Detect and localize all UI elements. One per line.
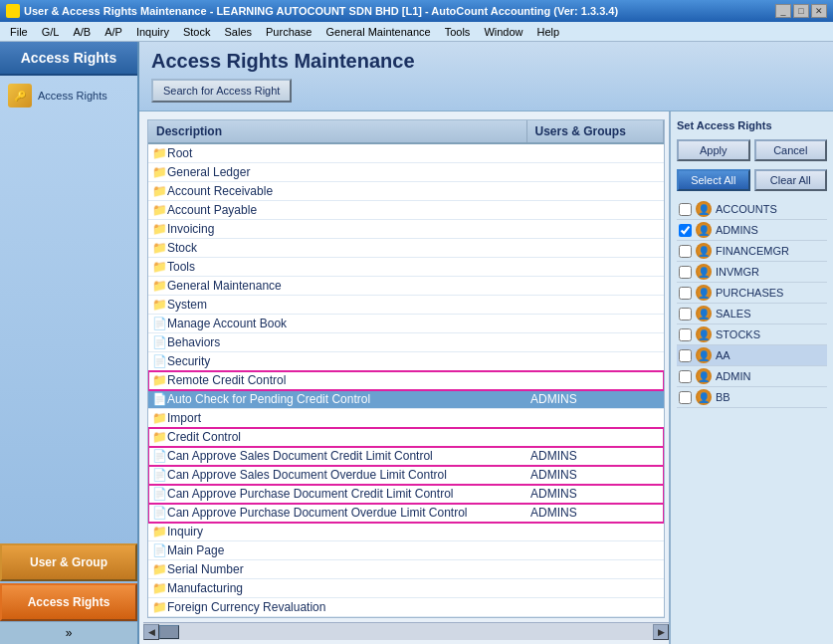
menu-general-maintenance[interactable]: General Maintenance — [320, 25, 437, 39]
tree-row[interactable]: 📁Credit Control — [148, 428, 664, 447]
search-for-access-right-button[interactable]: Search for Access Right — [151, 79, 292, 103]
close-button[interactable]: ✕ — [811, 4, 827, 18]
user-checkbox[interactable] — [679, 308, 692, 321]
user-checkbox[interactable] — [679, 370, 692, 383]
cancel-button[interactable]: Cancel — [754, 139, 828, 161]
tree-users-cell: ADMINS — [526, 504, 664, 523]
tree-row[interactable]: 📁Inquiry — [148, 523, 664, 541]
menu-file[interactable]: File — [4, 25, 34, 39]
scroll-thumb[interactable] — [159, 625, 179, 639]
users-groups-column-header: Users & Groups — [526, 120, 664, 143]
user-list-item[interactable]: 👤ACCOUNTS — [677, 199, 827, 220]
tree-users-cell — [526, 523, 664, 541]
user-avatar: 👤 — [696, 285, 712, 301]
sidebar-spacer — [0, 115, 137, 543]
maximize-button[interactable]: □ — [793, 4, 809, 18]
tree-row[interactable]: 📄Security — [148, 352, 664, 371]
menu-sales[interactable]: Sales — [218, 25, 258, 39]
user-list-item[interactable]: 👤FINANCEMGR — [677, 241, 827, 262]
tree-row[interactable]: 📁Account Payable — [148, 201, 664, 220]
user-avatar: 👤 — [696, 306, 712, 322]
tree-row[interactable]: 📁General Ledger — [148, 163, 664, 182]
tree-row[interactable]: 📁General Maintenance — [148, 277, 664, 296]
page-title: Access Rights Maintenance — [151, 50, 821, 73]
tree-description-cell: 📄Can Approve Purchase Document Credit Li… — [148, 485, 526, 504]
user-list-item[interactable]: 👤PURCHASES — [677, 283, 827, 304]
tree-row[interactable]: 📄Behaviors — [148, 333, 664, 352]
user-group-button[interactable]: User & Group — [0, 543, 137, 581]
tree-row[interactable]: 📄Can Approve Sales Document Overdue Limi… — [148, 466, 664, 485]
user-checkbox[interactable] — [679, 203, 692, 216]
menu-inquiry[interactable]: Inquiry — [130, 25, 175, 39]
tree-node-label: Account Receivable — [167, 184, 273, 198]
tree-row[interactable]: 📁Tools — [148, 258, 664, 277]
sidebar-item-access-rights[interactable]: 🔑 Access Rights — [0, 76, 137, 115]
tree-description-cell: 📁Manufacturing — [148, 579, 526, 598]
menu-stock[interactable]: Stock — [177, 25, 217, 39]
user-name-label: FINANCEMGR — [716, 245, 789, 257]
apply-button[interactable]: Apply — [677, 139, 750, 161]
user-checkbox[interactable] — [679, 245, 692, 258]
tree-row[interactable]: 📁Stock — [148, 239, 664, 258]
user-list-item[interactable]: 👤SALES — [677, 304, 827, 324]
user-list-item[interactable]: 👤INVMGR — [677, 262, 827, 283]
tree-row[interactable]: 📄Can Approve Purchase Document Credit Li… — [148, 485, 664, 504]
tree-node-label: Security — [167, 354, 210, 368]
user-checkbox[interactable] — [679, 349, 692, 362]
tree-users-cell — [526, 409, 664, 428]
folder-icon: 📁 — [152, 165, 167, 179]
menu-ab[interactable]: A/B — [67, 25, 97, 39]
user-list-item[interactable]: 👤AA — [677, 345, 827, 366]
menu-tools[interactable]: Tools — [439, 25, 477, 39]
content-header: Access Rights Maintenance Search for Acc… — [139, 42, 833, 111]
user-checkbox[interactable] — [679, 328, 692, 341]
tree-row[interactable]: 📄Main Page — [148, 541, 664, 560]
menu-ap[interactable]: A/P — [99, 25, 128, 39]
sidebar: Access Rights 🔑 Access Rights User & Gro… — [0, 42, 139, 644]
horizontal-scrollbar[interactable]: ◀ ▶ — [143, 622, 669, 640]
minimize-button[interactable]: _ — [775, 4, 791, 18]
tree-row[interactable]: 📁Manufacturing — [148, 579, 664, 598]
key-icon: 🔑 — [8, 84, 32, 107]
sidebar-arrow-button[interactable]: » — [0, 621, 137, 644]
user-checkbox[interactable] — [679, 287, 692, 300]
tree-row[interactable]: 📁Foreign Currency Revaluation — [148, 598, 664, 617]
folder-icon: 📁 — [152, 146, 167, 160]
tree-row[interactable]: 📄Manage Account Book — [148, 315, 664, 333]
tree-row[interactable]: 📄Can Approve Sales Document Credit Limit… — [148, 447, 664, 466]
folder-icon: 📁 — [152, 600, 167, 614]
user-name-label: SALES — [716, 308, 750, 320]
user-list-item[interactable]: 👤STOCKS — [677, 324, 827, 345]
tree-row[interactable]: 📁System — [148, 296, 664, 315]
tree-row[interactable]: 📁Serial Number — [148, 560, 664, 579]
user-list-item[interactable]: 👤BB — [677, 387, 827, 408]
tree-users-cell — [526, 277, 664, 296]
clear-all-button[interactable]: Clear All — [754, 169, 828, 191]
tree-row[interactable]: 📁Import — [148, 409, 664, 428]
user-list: 👤ACCOUNTS👤ADMINS👤FINANCEMGR👤INVMGR👤PURCH… — [677, 199, 827, 636]
tree-row[interactable]: 📄Auto Check for Pending Credit ControlAD… — [148, 390, 664, 409]
tree-row[interactable]: 📄Can Approve Purchase Document Overdue L… — [148, 504, 664, 523]
main-layout: Access Rights 🔑 Access Rights User & Gro… — [0, 42, 833, 644]
menu-help[interactable]: Help — [531, 25, 566, 39]
tree-node-label: Serial Number — [167, 562, 244, 576]
select-all-button[interactable]: Select All — [677, 169, 750, 191]
user-list-item[interactable]: 👤ADMIN — [677, 366, 827, 387]
folder-icon: 📁 — [152, 373, 167, 387]
tree-row[interactable]: 📁Account Receivable — [148, 182, 664, 201]
menu-purchase[interactable]: Purchase — [260, 25, 317, 39]
menu-gl[interactable]: G/L — [36, 25, 66, 39]
menu-window[interactable]: Window — [478, 25, 528, 39]
user-checkbox[interactable] — [679, 224, 692, 237]
tree-users-cell: ADMINS — [526, 485, 664, 504]
access-rights-button[interactable]: Access Rights — [0, 583, 137, 621]
user-checkbox[interactable] — [679, 391, 692, 404]
tree-row[interactable]: 📁Remote Credit Control — [148, 371, 664, 390]
tree-row[interactable]: 📁Invoicing — [148, 220, 664, 239]
user-list-item[interactable]: 👤ADMINS — [677, 220, 827, 241]
scroll-left-button[interactable]: ◀ — [143, 624, 159, 640]
tree-row[interactable]: 📁Root — [148, 143, 664, 163]
tree-description-cell: 📄Can Approve Sales Document Credit Limit… — [148, 447, 526, 466]
user-checkbox[interactable] — [679, 266, 692, 279]
scroll-right-button[interactable]: ▶ — [653, 624, 669, 640]
